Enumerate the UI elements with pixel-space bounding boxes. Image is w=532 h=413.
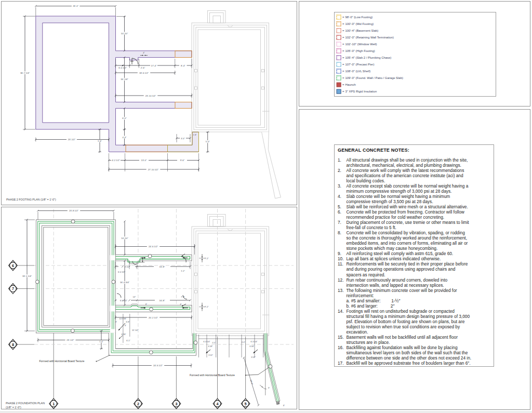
- svg-text:8: 8: [12, 342, 14, 347]
- svg-text:10'-10": 10'-10": [121, 32, 128, 35]
- svg-text:7'-2": 7'-2": [205, 257, 209, 260]
- svg-text:16'-8": 16'-8": [159, 299, 165, 302]
- svg-text:36'-7 1/4": 36'-7 1/4": [20, 72, 30, 74]
- svg-text:6'-1": 6'-1": [126, 339, 130, 342]
- svg-text:23'-1/2": 23'-1/2": [68, 138, 76, 141]
- svg-text:=: =: [342, 76, 344, 79]
- svg-text:33'-1 1/4": 33'-1 1/4": [22, 275, 32, 277]
- svg-text:=: =: [342, 90, 344, 93]
- svg-text:100'-0" (Mid Footing): 100'-0" (Mid Footing): [345, 22, 374, 25]
- svg-text:4'-2 1/2": 4'-2 1/2": [112, 159, 120, 162]
- svg-text:4'-0": 4'-0": [181, 138, 185, 140]
- svg-text:24'-6 1/2": 24'-6 1/2": [153, 364, 163, 367]
- svg-text:105'-4" (Slab 2 / Plumbing Cha: 105'-4" (Slab 2 / Plumbing Chase): [345, 56, 392, 59]
- svg-text:Formed with Horizontal Board T: Formed with Horizontal Board Texture: [190, 374, 235, 377]
- svg-text:6: 6: [12, 263, 14, 268]
- svg-text:23'-1/2": 23'-1/2": [66, 339, 74, 341]
- svg-text:13'-0": 13'-0": [141, 159, 147, 162]
- svg-text:6'-0 1/2": 6'-0 1/2": [118, 271, 126, 273]
- svg-text:24'-6 1/2": 24'-6 1/2": [149, 245, 158, 248]
- svg-text:(1/8" = 1'-0"): (1/8" = 1'-0"): [6, 406, 21, 409]
- svg-text:3 1/2": 3 1/2": [251, 356, 256, 358]
- svg-text:Formed with Horizontal Board T: Formed with Horizontal Board Texture: [39, 359, 84, 363]
- svg-text:108'-0" (LVL Shelf): 108'-0" (LVL Shelf): [345, 70, 371, 73]
- svg-text:7'-2": 7'-2": [205, 305, 209, 308]
- svg-text:4: 4: [217, 402, 219, 406]
- svg-text:102'-10" (Window Well): 102'-10" (Window Well): [345, 43, 377, 46]
- svg-text:98'-0" (Low Footing): 98'-0" (Low Footing): [345, 16, 373, 19]
- svg-text:1/2": 1/2": [133, 296, 137, 298]
- svg-text:=: =: [342, 70, 344, 73]
- svg-text:26'-0": 26'-0": [73, 5, 78, 7]
- svg-text:PHASE 2 FOUNDATION PLAN: PHASE 2 FOUNDATION PLAN: [6, 402, 45, 405]
- svg-text:6'-3 1/4": 6'-3 1/4": [204, 341, 211, 343]
- svg-text:16'-8": 16'-8": [159, 265, 165, 268]
- svg-text:=: =: [342, 63, 344, 66]
- svg-text:1'-6": 1'-6": [98, 140, 102, 142]
- svg-text:4": 4": [180, 303, 182, 305]
- svg-text:18'-6 1/2": 18'-6 1/2": [139, 72, 149, 74]
- svg-text:8": 8": [145, 303, 148, 305]
- svg-text:8": 8": [283, 405, 285, 407]
- svg-text:2'-6": 2'-6": [141, 66, 145, 69]
- svg-text:6'-0 1/2": 6'-0 1/2": [118, 66, 127, 69]
- svg-text:7: 7: [12, 286, 14, 291]
- svg-text:=: =: [342, 36, 344, 39]
- svg-text:=: =: [342, 56, 344, 59]
- svg-text:=: =: [342, 29, 344, 32]
- svg-text:1: 1: [52, 402, 55, 406]
- svg-text:23'-10 1/2": 23'-10 1/2": [145, 95, 156, 97]
- svg-text:109'-0" (Found. Wall / Patio /: 109'-0" (Found. Wall / Patio / Garage Sl…: [345, 76, 403, 79]
- svg-text:6'-6 1/2": 6'-6 1/2": [120, 299, 128, 302]
- svg-text:16'-4 3/4": 16'-4 3/4": [120, 281, 130, 284]
- svg-text:20'-2 1/2": 20'-2 1/2": [149, 316, 158, 319]
- svg-text:5'-0": 5'-0": [206, 140, 210, 143]
- svg-text:PHASE 2 FOOTING PLAN (1/8" = 1: PHASE 2 FOOTING PLAN (1/8" = 1'-0"): [6, 198, 56, 201]
- svg-text:1'-2": 1'-2": [181, 270, 185, 272]
- svg-text:=: =: [342, 43, 344, 46]
- svg-text:=: =: [342, 83, 344, 86]
- svg-text:=: =: [342, 16, 344, 19]
- svg-text:2'-0": 2'-0": [125, 265, 129, 268]
- svg-text:100'-4" (Basement Slab): 100'-4" (Basement Slab): [345, 29, 379, 32]
- svg-text:Haunch: Haunch: [345, 83, 356, 86]
- svg-text:6 1/8": 6 1/8": [208, 345, 214, 348]
- svg-text:9'-6": 9'-6": [180, 159, 185, 162]
- svg-text:3 1/2": 3 1/2": [208, 354, 214, 356]
- svg-text:102'-0" (Retaining Wall Termin: 102'-0" (Retaining Wall Termination): [345, 36, 394, 39]
- svg-text:8": 8": [115, 321, 117, 323]
- svg-text:8'-4": 8'-4": [181, 64, 185, 67]
- svg-text:6'-0": 6'-0": [122, 117, 127, 119]
- svg-text:10'-10": 10'-10": [121, 237, 128, 239]
- svg-text:105'-0" (High Footing): 105'-0" (High Footing): [345, 49, 375, 52]
- svg-text:8": 8": [125, 325, 127, 327]
- svg-text:0'-0": 0'-0": [212, 342, 216, 344]
- svg-text:0'-0": 0'-0": [242, 341, 245, 343]
- svg-text:8 7/8": 8 7/8": [122, 334, 127, 336]
- svg-text:107'-0" (Precast Pier): 107'-0" (Precast Pier): [345, 63, 375, 66]
- svg-text:3" XPS Rigid Insulation: 3" XPS Rigid Insulation: [345, 90, 377, 93]
- svg-text:3°: 3°: [268, 387, 270, 389]
- svg-text:1'-8": 1'-8": [193, 134, 197, 136]
- svg-text:23'-8 1/2": 23'-8 1/2": [69, 209, 79, 212]
- svg-text:17'-4": 17'-4": [151, 64, 157, 67]
- svg-text:6 1/8": 6 1/8": [249, 345, 255, 348]
- svg-text:5: 5: [245, 402, 247, 406]
- svg-text:12'-10": 12'-10": [132, 329, 139, 331]
- svg-text:2: 2: [137, 402, 139, 406]
- svg-text:6'-3 1/4": 6'-3 1/4": [251, 341, 258, 343]
- svg-text:=: =: [342, 22, 344, 25]
- svg-text:1'-6": 1'-6": [99, 340, 103, 343]
- svg-text:6'-8": 6'-8": [126, 321, 130, 323]
- svg-text:16'-1/4": 16'-1/4": [121, 78, 128, 81]
- svg-text:27'-10 1/2": 27'-10 1/2": [148, 168, 159, 171]
- svg-text:3: 3: [175, 402, 177, 406]
- svg-text:=: =: [342, 49, 344, 52]
- svg-text:19'-0": 19'-0": [250, 379, 254, 385]
- svg-text:4'-4": 4'-4": [123, 136, 127, 139]
